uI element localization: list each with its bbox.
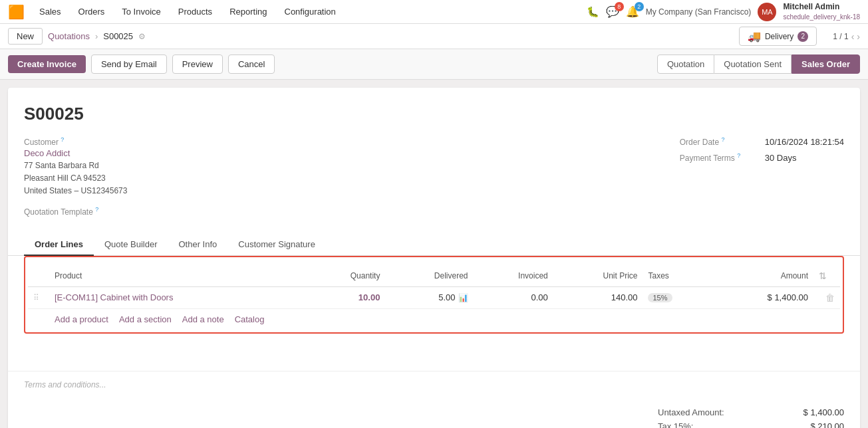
app-logo: 🟧 xyxy=(8,4,25,20)
row-quantity[interactable]: 10.00 xyxy=(305,286,385,308)
company-name: My Company (San Francisco) xyxy=(646,7,752,17)
terms-section: Terms and conditions... xyxy=(8,371,860,397)
row-delivered: 5.00 📊 xyxy=(385,286,473,308)
order-date-value: 10/16/2024 18:21:54 xyxy=(765,137,844,147)
customer-address: 77 Santa Barbara Rd Pleasant Hill CA 945… xyxy=(24,160,127,198)
settings-gear-icon[interactable]: ⚙ xyxy=(138,32,146,41)
tab-order-lines[interactable]: Order Lines xyxy=(24,234,94,256)
status-buttons: Quotation Quotation Sent Sales Order xyxy=(657,54,860,74)
user-info: Mitchell Admin schedule_delivery_knk-18 xyxy=(783,2,860,21)
delete-row-icon[interactable]: 🗑 xyxy=(825,292,835,303)
delivery-label: Delivery xyxy=(765,32,794,41)
user-schedule: schedule_delivery_knk-18 xyxy=(783,13,860,21)
add-links: Add a product Add a section Add a note C… xyxy=(28,309,840,330)
untaxed-label: Untaxed Amount: xyxy=(658,407,724,417)
chat-icon[interactable]: 💬 8 xyxy=(606,5,619,18)
cancel-button[interactable]: Cancel xyxy=(228,54,275,74)
col-quantity: Quantity xyxy=(305,265,385,287)
row-drag-handle[interactable]: ⠿ xyxy=(28,286,49,308)
catalog-link[interactable]: Catalog xyxy=(235,314,265,324)
tax-label: Tax 15%: xyxy=(658,421,693,428)
col-product: Product xyxy=(49,265,305,287)
col-delivered: Delivered xyxy=(385,265,473,287)
payment-terms-value: 30 Days xyxy=(765,153,797,163)
nav-reporting[interactable]: Reporting xyxy=(227,5,269,18)
col-amount: Amount xyxy=(712,265,813,287)
breadcrumb-separator: › xyxy=(95,31,98,41)
customer-label: Customer ? xyxy=(24,136,127,147)
send-by-email-button[interactable]: Send by Email xyxy=(91,54,167,74)
tab-customer-signature[interactable]: Customer Signature xyxy=(227,234,326,256)
username: Mitchell Admin xyxy=(783,2,860,13)
table-row: ⠿ [E-COM11] Cabinet with Doors 10.00 5.0… xyxy=(28,286,840,308)
col-sort: ⇅ xyxy=(813,265,840,287)
action-bar: Create Invoice Send by Email Preview Can… xyxy=(0,49,868,80)
order-tabs: Order Lines Quote Builder Other Info Cus… xyxy=(8,234,860,256)
status-quotation-button[interactable]: Quotation xyxy=(657,54,714,74)
nav-orders[interactable]: Orders xyxy=(76,5,108,18)
breadcrumb-bar: New Quotations › S00025 ⚙ 🚚 Delivery 2 1… xyxy=(0,24,868,49)
delivery-count: 2 xyxy=(797,31,808,42)
customer-value[interactable]: Deco Addict xyxy=(24,148,127,158)
tab-quote-builder[interactable]: Quote Builder xyxy=(94,234,168,256)
tax-row: Tax 15%: $ 210.00 xyxy=(658,419,844,428)
untaxed-value: $ 1,400.00 xyxy=(803,407,844,417)
customer-link[interactable]: Deco Addict xyxy=(24,148,70,158)
prev-page-button[interactable]: ‹ xyxy=(851,31,855,42)
totals-section: Untaxed Amount: $ 1,400.00 Tax 15%: $ 21… xyxy=(8,397,860,428)
pagination-text: 1 / 1 xyxy=(833,32,848,41)
tab-other-info[interactable]: Other Info xyxy=(168,234,227,256)
breadcrumb-quotations[interactable]: Quotations xyxy=(48,31,90,41)
order-date-label: Order Date ? xyxy=(680,136,760,147)
nav-to-invoice[interactable]: To Invoice xyxy=(119,5,164,18)
add-product-link[interactable]: Add a product xyxy=(55,314,108,324)
notification-badge: 2 xyxy=(635,2,644,11)
next-page-button[interactable]: › xyxy=(857,31,860,42)
preview-button[interactable]: Preview xyxy=(172,54,223,74)
row-invoiced: 0.00 xyxy=(474,286,553,308)
top-navigation: 🟧 Sales Orders To Invoice Products Repor… xyxy=(0,0,868,24)
tax-value: $ 210.00 xyxy=(810,421,844,428)
row-product: [E-COM11] Cabinet with Doors xyxy=(49,286,305,308)
add-section-link[interactable]: Add a section xyxy=(119,314,172,324)
bug-icon[interactable]: 🐛 xyxy=(587,6,599,18)
terms-placeholder[interactable]: Terms and conditions... xyxy=(24,380,106,389)
nav-products[interactable]: Products xyxy=(176,5,215,18)
delivered-value: 5.00 xyxy=(438,292,455,302)
sort-icon[interactable]: ⇅ xyxy=(819,270,827,281)
order-date-row: Order Date ? 10/16/2024 18:21:54 xyxy=(680,136,844,147)
create-invoice-button[interactable]: Create Invoice xyxy=(8,55,86,73)
payment-terms-label: Payment Terms ? xyxy=(680,152,760,163)
status-quotation-sent-button[interactable]: Quotation Sent xyxy=(714,54,792,74)
nav-configuration[interactable]: Configuration xyxy=(282,5,339,18)
totals-table: Untaxed Amount: $ 1,400.00 Tax 15%: $ 21… xyxy=(658,405,844,428)
nav-sales[interactable]: Sales xyxy=(37,5,64,18)
quotation-template-label: Quotation Template ? xyxy=(24,206,844,217)
row-unit-price[interactable]: 140.00 xyxy=(553,286,643,308)
product-link[interactable]: [E-COM11] Cabinet with Doors xyxy=(55,292,173,302)
quantity-value: 10.00 xyxy=(359,292,380,302)
tax-badge: 15% xyxy=(648,293,672,302)
address-line3: United States – US12345673 xyxy=(24,185,127,197)
truck-icon: 🚚 xyxy=(748,30,761,43)
customer-field: Customer ? Deco Addict 77 Santa Barbara … xyxy=(24,136,127,198)
notification-icon[interactable]: 🔔 2 xyxy=(626,5,639,18)
col-taxes: Taxes xyxy=(643,265,711,287)
pagination: 1 / 1 ‹ › xyxy=(833,31,860,42)
row-delete[interactable]: 🗑 xyxy=(813,286,840,308)
new-button[interactable]: New xyxy=(8,28,43,45)
quotation-template-field: Quotation Template ? xyxy=(24,206,844,218)
order-lines-table: Product Quantity Delivered Invoiced Unit… xyxy=(28,265,840,309)
chart-icon[interactable]: 📊 xyxy=(458,293,468,302)
row-amount: $ 1,400.00 xyxy=(712,286,813,308)
nav-right: 🐛 💬 8 🔔 2 My Company (San Francisco) MA … xyxy=(587,2,860,21)
main-content: S00025 Customer ? Deco Addict 77 Santa B… xyxy=(8,88,860,428)
drag-handle-icon: ⠿ xyxy=(33,293,39,302)
right-fields: Order Date ? 10/16/2024 18:21:54 Payment… xyxy=(680,136,844,198)
col-invoiced: Invoiced xyxy=(474,265,553,287)
delivery-button[interactable]: 🚚 Delivery 2 xyxy=(739,27,817,46)
status-sales-order-button[interactable]: Sales Order xyxy=(792,54,860,74)
spacer xyxy=(8,344,860,371)
add-note-link[interactable]: Add a note xyxy=(182,314,224,324)
address-line1: 77 Santa Barbara Rd xyxy=(24,160,127,172)
